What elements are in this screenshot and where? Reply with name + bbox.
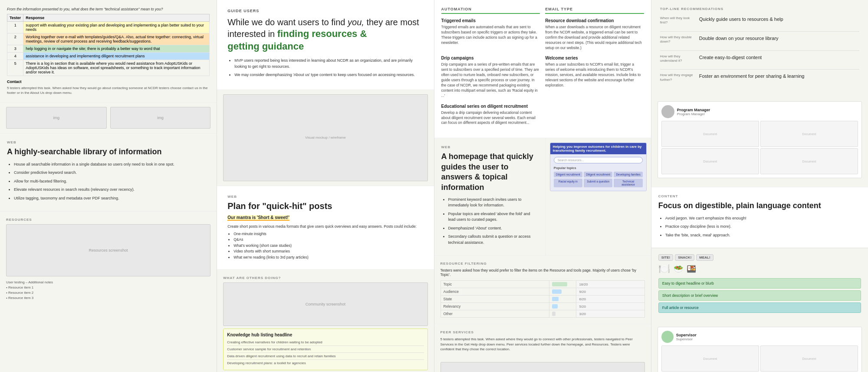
pm-header: Program Manager Program Manager	[661, 105, 858, 118]
triggered-text: Triggered emails are automated emails th…	[441, 25, 540, 46]
list-item: Video shorts with short summaries	[233, 249, 423, 255]
doc-placeholder: Document	[760, 121, 858, 147]
meal-icon: 🍱	[687, 264, 696, 274]
column-2: GUIDE USERS While we do want users to fi…	[217, 0, 434, 372]
divider	[660, 69, 859, 70]
pm-card: Program Manager Program Manager Document…	[658, 101, 862, 178]
supervisor-avatar	[661, 331, 674, 343]
guide-title: While we do want users to find you, they…	[227, 17, 423, 53]
mock-search: Search resources...	[554, 157, 643, 163]
educational-row: Educational series on diligent recruitme…	[441, 104, 644, 126]
doc-placeholder: Document	[760, 148, 858, 174]
supervisor-card: Supervisor Supervisor Document Document	[658, 327, 862, 372]
homepage-mock: Helping you improve outcomes for childre…	[550, 143, 647, 191]
resources-text: User testing – Additional notes • Resour…	[6, 280, 210, 301]
doc-placeholder: Document	[661, 148, 759, 174]
knowledge-item: Creating effective narratives for childr…	[227, 339, 424, 346]
guide-label: GUIDE USERS	[227, 9, 423, 13]
educational-label: Educational series on diligent recruitme…	[441, 104, 540, 109]
bullet-item: Prominent keyword search invites users t…	[448, 197, 538, 209]
list-item: Q&As	[233, 237, 423, 243]
supervisor-title: Supervisor	[676, 337, 697, 341]
usability-section: From the information presented to you, w…	[0, 0, 217, 103]
content-section: CONTENT Focus on digestible, plain langu…	[651, 187, 868, 248]
topic-chip: Diligent recruitment	[584, 172, 612, 177]
snack-illustration: 🍽️ 🥗 🍱	[658, 263, 861, 275]
supervisor-name: Supervisor	[676, 333, 697, 337]
column-1: From the information presented to you, w…	[0, 0, 217, 372]
rec-text-4: Foster an environment for peer sharing &…	[699, 73, 859, 80]
bullet-item: Avoid jargon. We can't emphasize this en…	[665, 216, 861, 222]
web-title: A highly-searchable library of informati…	[7, 147, 210, 157]
filter-row: Audience 9/20	[441, 288, 644, 296]
topic-chip: Technical assistance	[614, 179, 642, 187]
col-header-tester: Tester	[7, 14, 23, 22]
list-item: What's working (short case studies)	[233, 243, 423, 249]
filter-note: Testers were asked how they would prefer…	[441, 268, 645, 277]
drip-label: Drip campaigns	[441, 56, 540, 60]
bullet-item: Allow for multi-faceted filtering.	[14, 179, 210, 185]
screenshot-1: img	[6, 107, 107, 129]
quick-hit-intro: Create short posts in various media form…	[227, 224, 423, 229]
filter-row: Relevancy 5/20	[441, 303, 644, 310]
snack-cards-section: SITE! SNACK! MEAL! 🍽️ 🥗 🍱 Easy to digest…	[651, 248, 868, 321]
table-row: 5 There is a log in section that is avai…	[7, 60, 210, 76]
knowledge-hub-headline: Knowledge hub listing headline	[227, 332, 424, 337]
pm-name: Program Manager	[677, 108, 710, 112]
usability-table: Tester Response 1 support with evaluatin…	[7, 14, 210, 76]
homepage-mock-area: Helping you improve outcomes for childre…	[546, 138, 651, 255]
quick-hit-list: One-minute insights Q&As What's working …	[227, 231, 423, 261]
screenshot-2: img	[110, 107, 211, 129]
bullet-item: Popular topics are elevated 'above the f…	[448, 211, 538, 223]
what-others-label: what are others doing?	[223, 276, 427, 280]
snack-label-snack: SNACK!	[675, 254, 694, 261]
rec-question-3: How will they understand it?	[660, 54, 695, 63]
knowledge-item: Developing recruitment plans: a toolkit …	[227, 360, 424, 366]
what-others-section: what are others doing? Community screens…	[217, 269, 434, 372]
sup-docs: Document Document	[661, 345, 858, 372]
bullet-item: Deemphasized 'About' content.	[448, 226, 538, 232]
bullet-item: We may consider deemphasizing 'About us'…	[234, 72, 423, 78]
contact-text: 5 testers attempted this task. When aske…	[7, 86, 210, 95]
mock-header: Helping you improve outcomes for childre…	[550, 143, 646, 154]
bullet-item: Consider predictive keyword search.	[14, 170, 210, 176]
main-container: From the information presented to you, w…	[0, 0, 868, 372]
download-text: When a user downloads a resource on dili…	[545, 25, 644, 50]
bullet-item: Secondary callouts submit a question or …	[448, 234, 538, 246]
bullet-item: Practice copy discipline (less is more).	[665, 224, 861, 230]
filter-row: Topic 18/20	[441, 281, 644, 288]
peer-services-text: 5 testers attempted this task. When aske…	[441, 337, 645, 352]
doc-placeholder: Document	[760, 345, 858, 372]
homepage-section-wrapper: WEB A homepage that quickly guides the u…	[434, 138, 651, 255]
triggered-label: Triggered emails	[441, 18, 540, 23]
welcome-label: Welcome series	[545, 56, 644, 60]
resource-filtering-section: Resource Filtering Testers were asked ho…	[434, 255, 651, 324]
rec-question-4: How will they engage further?	[660, 73, 695, 82]
topic-grid: Diligent recruitment Diligent recruitmen…	[554, 172, 643, 187]
list-item: One-minute insights	[233, 231, 423, 237]
resource-filter-label: Resource Filtering	[441, 262, 645, 266]
column-3: AUTOMATION EMAIL TYPE Triggered emails T…	[434, 0, 651, 372]
rec-item-1: When will they look first? Quickly guide…	[660, 16, 859, 25]
top-line-label: TOP-LINE RECOMMENDATIONS	[660, 7, 859, 11]
rec-text-1: Quickly guide users to resources & help	[699, 16, 859, 23]
email-type-label: EMAIL TYPE	[545, 7, 644, 14]
filter-table: Topic 18/20 Audience 9/20 State 6/20 Rel…	[441, 280, 645, 318]
supervisor-section: Supervisor Supervisor Document Document	[651, 321, 868, 372]
snack-labels-row: SITE! SNACK! MEAL!	[658, 254, 861, 261]
usability-question: From the information presented to you, w…	[7, 7, 210, 11]
bullet-item: MVP users reported being less interested…	[234, 58, 423, 70]
col3-bottom-thumb: Peer services screenshot	[434, 358, 651, 372]
knowledge-hub: Knowledge hub listing headline Creating …	[223, 329, 427, 370]
drip-text: Drip campaigns are a series of pre-writt…	[441, 62, 540, 98]
topic-chip: Racial equity in	[554, 179, 582, 187]
column-4: TOP-LINE RECOMMENDATIONS When will they …	[651, 0, 868, 372]
divider	[660, 31, 859, 32]
topic-chip: Developing families	[614, 172, 642, 177]
pm-title: Program Manager	[677, 112, 710, 116]
automation-header: AUTOMATION EMAIL TYPE	[441, 7, 644, 14]
content-title: Focus on digestible, plain language cont…	[658, 201, 861, 211]
rec-item-3: How will they understand it? Create easy…	[660, 54, 859, 63]
table-row: 1 support with evaluating your existing …	[7, 22, 210, 33]
table-row: 3 help logging in or navigate the site; …	[7, 45, 210, 53]
